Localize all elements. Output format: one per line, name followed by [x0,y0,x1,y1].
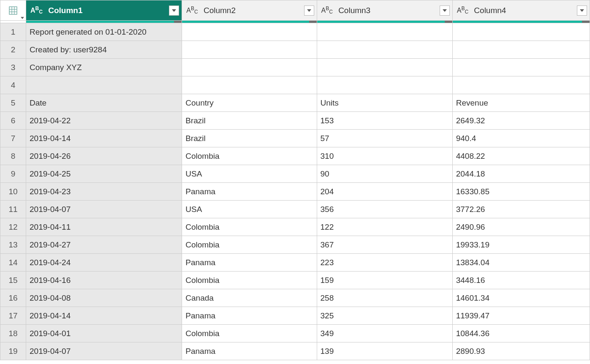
cell[interactable]: 14601.34 [452,289,590,307]
cell[interactable]: 325 [317,307,452,325]
row-number[interactable]: 9 [0,165,26,183]
cell[interactable] [182,59,317,76]
cell[interactable]: 2019-04-23 [26,183,182,201]
cell[interactable]: 4408.22 [452,147,590,165]
cell[interactable] [452,59,590,76]
cell[interactable] [452,76,590,94]
cell[interactable]: Panama [182,254,317,272]
cell[interactable]: Canada [182,289,317,307]
cell[interactable]: Panama [182,183,317,201]
cell[interactable]: 2019-04-07 [26,201,182,218]
cell[interactable]: 349 [317,325,452,342]
cell[interactable]: 2019-04-26 [26,147,182,165]
cell[interactable]: 223 [317,254,452,272]
cell[interactable]: 2019-04-27 [26,236,182,254]
cell[interactable]: 16330.85 [452,183,590,201]
cell[interactable]: Date [26,94,182,112]
cell[interactable] [452,41,590,59]
cell[interactable] [317,23,452,41]
row-number[interactable]: 8 [0,147,26,165]
column-header-column1[interactable]: ABC Column1 [26,0,182,21]
cell[interactable]: 2019-04-01 [26,325,182,342]
cell[interactable]: Colombia [182,218,317,236]
cell[interactable]: 356 [317,201,452,218]
cell[interactable]: 2019-04-14 [26,307,182,325]
cell[interactable]: 367 [317,236,452,254]
cell[interactable]: 10844.36 [452,325,590,342]
cell[interactable]: Colombia [182,325,317,342]
cell[interactable]: 13834.04 [452,254,590,272]
cell[interactable]: 19933.19 [452,236,590,254]
filter-button-column4[interactable] [577,5,587,16]
cell[interactable]: USA [182,165,317,183]
filter-button-column1[interactable] [169,5,179,16]
row-number[interactable]: 5 [0,94,26,112]
row-number[interactable]: 17 [0,307,26,325]
cell[interactable] [26,76,182,94]
type-badge-abc-icon[interactable]: ABC [321,7,333,14]
cell[interactable]: 3448.16 [452,272,590,289]
cell[interactable]: Country [182,94,317,112]
cell[interactable]: Brazil [182,112,317,130]
type-badge-abc-icon[interactable]: ABC [186,7,198,14]
cell[interactable]: 2019-04-14 [26,130,182,147]
cell[interactable]: 2019-04-16 [26,272,182,289]
row-number[interactable]: 16 [0,289,26,307]
filter-button-column3[interactable] [440,5,450,16]
cell[interactable]: 2019-04-24 [26,254,182,272]
cell[interactable]: USA [182,201,317,218]
cell[interactable] [317,41,452,59]
cell[interactable]: Company XYZ [26,59,182,76]
cell[interactable]: Colombia [182,236,317,254]
select-all-corner[interactable] [0,0,26,21]
cell[interactable]: 3772.26 [452,201,590,218]
cell[interactable]: 57 [317,130,452,147]
cell[interactable]: 153 [317,112,452,130]
row-number[interactable]: 4 [0,76,26,94]
cell[interactable]: 2019-04-25 [26,165,182,183]
cell[interactable]: 2019-04-08 [26,289,182,307]
row-number[interactable]: 10 [0,183,26,201]
row-number[interactable]: 14 [0,254,26,272]
cell[interactable]: 2019-04-11 [26,218,182,236]
cell[interactable]: 159 [317,272,452,289]
row-number[interactable]: 13 [0,236,26,254]
cell[interactable]: 2490.96 [452,218,590,236]
row-number[interactable]: 2 [0,41,26,59]
cell[interactable] [182,76,317,94]
cell[interactable]: Colombia [182,272,317,289]
row-number[interactable]: 15 [0,272,26,289]
cell[interactable] [317,59,452,76]
column-header-column4[interactable]: ABC Column4 [452,0,590,21]
column-header-column2[interactable]: ABC Column2 [182,0,317,21]
cell[interactable]: 139 [317,342,452,360]
cell[interactable]: 310 [317,147,452,165]
cell[interactable]: Units [317,94,452,112]
row-number[interactable]: 12 [0,218,26,236]
cell[interactable]: Panama [182,307,317,325]
cell[interactable]: 122 [317,218,452,236]
cell[interactable] [317,76,452,94]
type-badge-abc-icon[interactable]: ABC [30,7,43,14]
cell[interactable]: 2019-04-22 [26,112,182,130]
row-number[interactable]: 3 [0,59,26,76]
row-number[interactable]: 6 [0,112,26,130]
cell[interactable]: Brazil [182,130,317,147]
cell[interactable]: 204 [317,183,452,201]
filter-button-column2[interactable] [304,5,314,16]
cell[interactable]: 90 [317,165,452,183]
cell[interactable]: Created by: user9284 [26,41,182,59]
row-number[interactable]: 19 [0,342,26,360]
cell[interactable] [182,23,317,41]
cell[interactable]: Panama [182,342,317,360]
cell[interactable]: 2649.32 [452,112,590,130]
cell[interactable]: 940.4 [452,130,590,147]
cell[interactable]: 2890.93 [452,342,590,360]
cell[interactable] [452,23,590,41]
row-number[interactable]: 7 [0,130,26,147]
type-badge-abc-icon[interactable]: ABC [457,7,468,14]
cell[interactable]: 2019-04-07 [26,342,182,360]
cell[interactable]: 258 [317,289,452,307]
cell[interactable]: Report generated on 01-01-2020 [26,23,182,41]
cell[interactable]: 2044.18 [452,165,590,183]
